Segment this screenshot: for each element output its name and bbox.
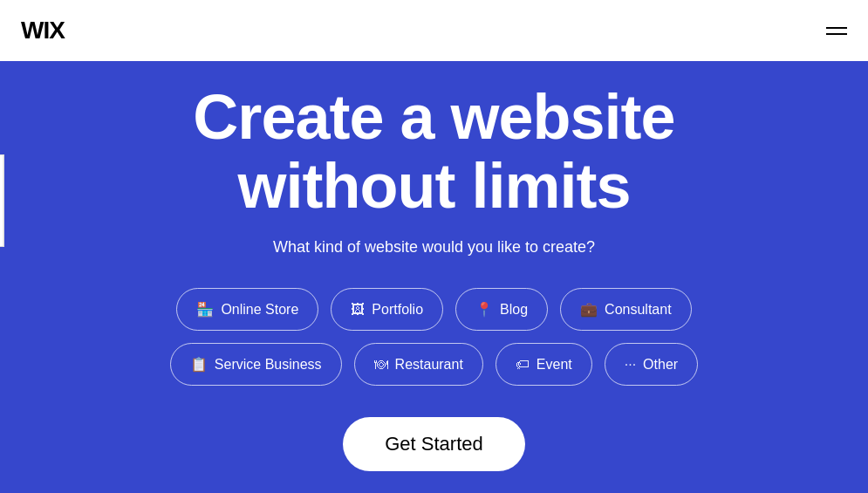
consultant-icon: 💼 [580, 301, 598, 318]
category-btn-service-business[interactable]: 📋 Service Business [170, 343, 342, 386]
category-btn-event[interactable]: 🏷 Event [496, 343, 592, 386]
category-label-consultant: Consultant [605, 302, 672, 318]
category-btn-online-store[interactable]: 🏪 Online Store [176, 288, 318, 331]
event-icon: 🏷 [516, 357, 530, 373]
category-label-blog: Blog [500, 302, 528, 318]
category-buttons: 🏪 Online Store 🖼 Portfolio 📍 Blog 💼 Cons… [170, 288, 698, 386]
header: WIX [0, 0, 868, 61]
blog-icon: 📍 [475, 301, 493, 318]
category-label-online-store: Online Store [221, 302, 298, 318]
category-btn-portfolio[interactable]: 🖼 Portfolio [331, 288, 443, 331]
category-label-portfolio: Portfolio [372, 302, 423, 318]
hamburger-menu-button[interactable] [826, 27, 847, 35]
category-label-other: Other [643, 357, 678, 373]
online-store-icon: 🏪 [196, 301, 214, 318]
category-btn-blog[interactable]: 📍 Blog [455, 288, 548, 331]
hero-title: Create a website without limits [193, 83, 674, 221]
category-btn-other[interactable]: ··· Other [605, 343, 698, 386]
category-row-2: 📋 Service Business 🍽 Restaurant 🏷 Event … [170, 343, 698, 386]
category-label-restaurant: Restaurant [395, 357, 463, 373]
restaurant-icon: 🍽 [374, 357, 388, 373]
category-row-1: 🏪 Online Store 🖼 Portfolio 📍 Blog 💼 Cons… [176, 288, 691, 331]
category-label-event: Event [537, 357, 572, 373]
category-btn-consultant[interactable]: 💼 Consultant [560, 288, 692, 331]
hero-section: Create a website without limits What kin… [0, 61, 868, 493]
other-icon: ··· [625, 357, 636, 373]
hero-subtitle: What kind of website would you like to c… [273, 238, 595, 257]
portfolio-icon: 🖼 [351, 302, 365, 318]
category-btn-restaurant[interactable]: 🍽 Restaurant [354, 343, 483, 386]
category-label-service-business: Service Business [215, 357, 322, 373]
get-started-button[interactable]: Get Started [343, 417, 525, 471]
created-with-wix-badge: Created with Wix [0, 154, 4, 247]
wix-logo: WIX [21, 17, 65, 45]
service-business-icon: 📋 [190, 356, 208, 373]
